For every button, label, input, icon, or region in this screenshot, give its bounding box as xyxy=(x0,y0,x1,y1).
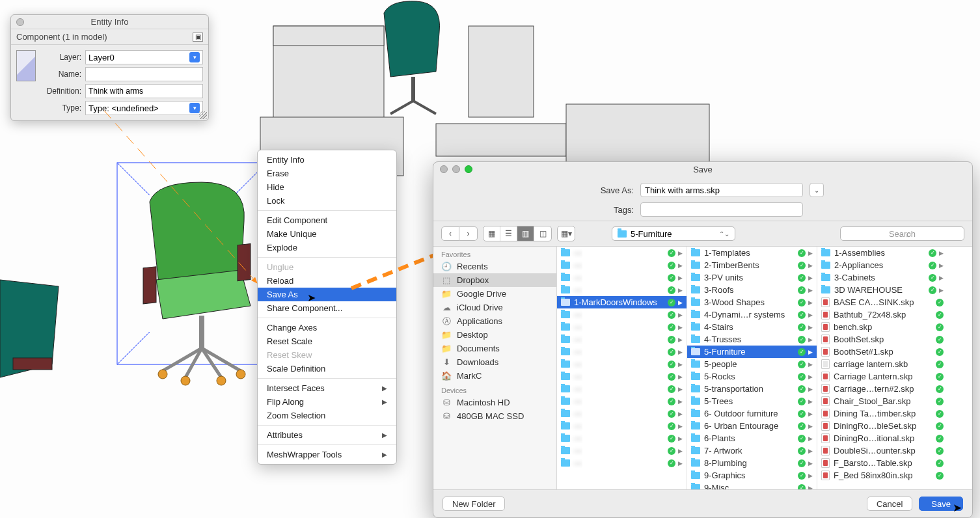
context-menu-item[interactable]: Zoom Selection xyxy=(258,409,396,422)
expand-icon[interactable]: ▣ xyxy=(193,33,203,42)
context-menu-item[interactable]: Attributes▶ xyxy=(258,428,396,442)
file-item[interactable]: —✓▶ xyxy=(557,259,687,271)
context-menu-item[interactable]: Intersect Faces▶ xyxy=(258,381,396,395)
file-item[interactable]: 4-Trusses✓▶ xyxy=(687,333,817,346)
view-icons-icon[interactable]: ▦ xyxy=(483,226,500,241)
sidebar-item[interactable]: 📁Google Drive xyxy=(433,287,556,301)
context-menu-item[interactable]: Edit Component xyxy=(258,213,396,227)
file-item[interactable]: carriage lantern.skb✓ xyxy=(817,358,947,370)
context-menu-item[interactable]: MeshWrapper Tools▶ xyxy=(258,448,396,461)
context-menu-item[interactable]: Reset Scale xyxy=(258,334,396,348)
file-item[interactable]: —✓▶ xyxy=(557,432,687,444)
file-item[interactable]: —✓▶ xyxy=(557,284,687,296)
file-item[interactable]: 3-Wood Shapes✓▶ xyxy=(687,296,817,308)
file-item[interactable]: —✓▶ xyxy=(557,420,687,432)
context-menu-item[interactable]: Change Axes xyxy=(258,321,396,334)
entity-info-titlebar[interactable]: Entity Info xyxy=(11,15,208,29)
file-item[interactable]: DoubleSi…ounter.skp✓ xyxy=(817,444,947,457)
file-item[interactable]: —✓▶ xyxy=(557,333,687,346)
file-item[interactable]: 7- Artwork✓▶ xyxy=(687,444,817,457)
back-button[interactable]: ‹ xyxy=(441,226,459,241)
file-item[interactable]: Carriage Lantern.skp✓ xyxy=(817,370,947,383)
view-list-icon[interactable]: ☰ xyxy=(500,226,517,241)
file-item[interactable]: 3-Cabinets✓▶ xyxy=(817,271,947,284)
context-menu-item[interactable]: Scale Definition xyxy=(258,362,396,375)
file-item[interactable]: 3-Roofs✓▶ xyxy=(687,284,817,296)
context-menu-item[interactable]: Explode xyxy=(258,241,396,254)
file-item[interactable]: Dining Ta…timber.skp✓ xyxy=(817,407,947,420)
sidebar-item[interactable]: ⬚Dropbox xyxy=(433,273,556,287)
file-item[interactable]: —✓▶ xyxy=(557,271,687,284)
file-item[interactable]: 3D WAREHOUSE✓▶ xyxy=(817,284,947,296)
forward-button[interactable]: › xyxy=(459,226,478,241)
context-menu-item[interactable]: Share Component... xyxy=(258,301,396,315)
cancel-button[interactable]: Cancel xyxy=(867,497,912,511)
type-select[interactable]: Type: <undefined> ▾ xyxy=(85,101,203,115)
sidebar-item[interactable]: 📁Desktop xyxy=(433,328,556,342)
context-menu-item[interactable]: Reload xyxy=(258,274,396,288)
file-item[interactable]: 2-TimberBents✓▶ xyxy=(687,259,817,271)
resize-grip-icon[interactable] xyxy=(199,111,207,119)
file-item[interactable]: 5-Furniture✓▶ xyxy=(687,346,817,358)
view-gallery-icon[interactable]: ◫ xyxy=(534,226,551,241)
file-item[interactable]: 6- Urban Entourage✓▶ xyxy=(687,420,817,432)
file-item[interactable]: 1-Assemblies✓▶ xyxy=(817,247,947,259)
tags-input[interactable] xyxy=(640,202,803,217)
file-item[interactable]: 2-Appliances✓▶ xyxy=(817,259,947,271)
file-item[interactable]: 4-Stairs✓▶ xyxy=(687,321,817,333)
search-input[interactable]: Search xyxy=(840,226,964,241)
file-item[interactable]: 1-MarkDoorsWindows✓▶ xyxy=(557,296,687,308)
location-select[interactable]: 5-Furniture ⌃⌄ xyxy=(612,226,735,241)
file-item[interactable]: F_Barsto…Table.skp✓ xyxy=(817,457,947,469)
view-columns-icon[interactable]: ▥ xyxy=(517,226,534,241)
context-menu-item[interactable]: Save As xyxy=(258,288,396,301)
file-column[interactable]: 1-Templates✓▶2-TimberBents✓▶3-PV units✓▶… xyxy=(687,247,817,489)
file-item[interactable]: BASE CA…SINK.skp✓ xyxy=(817,296,947,308)
name-input[interactable] xyxy=(85,67,203,81)
file-item[interactable]: bench.skp✓ xyxy=(817,321,947,333)
file-item[interactable]: —✓▶ xyxy=(557,321,687,333)
file-item[interactable]: 6- Outdoor furniture✓▶ xyxy=(687,407,817,420)
file-column[interactable]: 1-Assemblies✓▶2-Appliances✓▶3-Cabinets✓▶… xyxy=(817,247,947,489)
file-column[interactable]: —✓▶—✓▶—✓▶—✓▶1-MarkDoorsWindows✓▶—✓▶—✓▶—✓… xyxy=(557,247,687,489)
context-menu-item[interactable]: Erase xyxy=(258,167,396,180)
file-item[interactable]: Chair_Stool_Bar.skp✓ xyxy=(817,395,947,407)
file-item[interactable]: 1-Templates✓▶ xyxy=(687,247,817,259)
sidebar-item[interactable]: 📁Documents xyxy=(433,342,556,355)
file-item[interactable]: Bathtub_72x48.skp✓ xyxy=(817,308,947,321)
file-item[interactable]: 5-Rocks✓▶ xyxy=(687,370,817,383)
saveas-input[interactable] xyxy=(640,183,803,197)
view-mode-segment[interactable]: ▦ ☰ ▥ ◫ xyxy=(483,226,552,241)
file-item[interactable]: BoothSet#1.skp✓ xyxy=(817,346,947,358)
file-item[interactable]: —✓▶ xyxy=(557,444,687,457)
file-item[interactable]: 9-Graphics✓▶ xyxy=(687,469,817,482)
file-item[interactable]: DiningRo…bleSet.skp✓ xyxy=(817,420,947,432)
sidebar-item[interactable]: ⛁480GB MAC SSD xyxy=(433,409,556,423)
context-menu-item[interactable]: Flip Along▶ xyxy=(258,395,396,409)
context-menu-item[interactable]: Hide xyxy=(258,180,396,194)
file-item[interactable]: BoothSet.skp✓ xyxy=(817,333,947,346)
close-icon[interactable] xyxy=(16,18,24,26)
file-item[interactable]: —✓▶ xyxy=(557,247,687,259)
file-item[interactable]: 8-Plumbing✓▶ xyxy=(687,457,817,469)
sidebar-item[interactable]: 🏠MarkC xyxy=(433,369,556,383)
save-dialog-titlebar[interactable]: Save xyxy=(433,162,972,176)
sidebar-item[interactable]: ⒶApplications xyxy=(433,314,556,328)
file-item[interactable]: DiningRo…itional.skp✓ xyxy=(817,432,947,444)
expand-toggle-button[interactable]: ⌄ xyxy=(810,183,824,197)
definition-input[interactable] xyxy=(85,84,203,98)
context-menu-item[interactable]: Make Unique xyxy=(258,227,396,241)
sidebar-item[interactable]: 🕘Recents xyxy=(433,260,556,273)
file-item[interactable]: 9-Misc✓▶ xyxy=(687,482,817,489)
traffic-close-icon[interactable] xyxy=(440,165,448,173)
context-menu-item[interactable]: Lock xyxy=(258,194,396,208)
file-item[interactable]: 5-Trees✓▶ xyxy=(687,395,817,407)
file-item[interactable]: 5-transportation✓▶ xyxy=(687,383,817,395)
file-item[interactable]: —✓▶ xyxy=(557,407,687,420)
context-menu-item[interactable]: Entity Info xyxy=(258,153,396,167)
file-item[interactable]: —✓▶ xyxy=(557,358,687,370)
file-item[interactable]: 5-people✓▶ xyxy=(687,358,817,370)
file-item[interactable]: F_Bed 58inx80in.skp✓ xyxy=(817,469,947,482)
group-button[interactable]: ▦▾ xyxy=(558,226,575,241)
file-item[interactable]: —✓▶ xyxy=(557,457,687,469)
